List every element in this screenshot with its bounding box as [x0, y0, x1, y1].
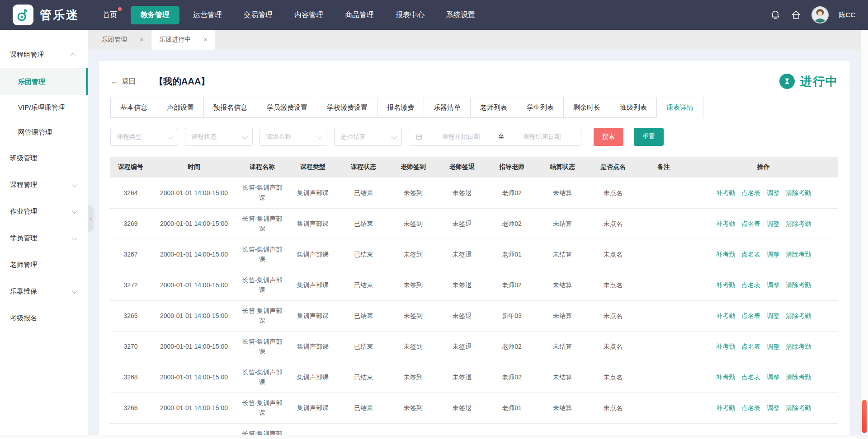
action-link-2[interactable]: 调整	[767, 312, 779, 319]
close-icon[interactable]: ×	[203, 36, 207, 43]
nav-item-5[interactable]: 商品管理	[337, 6, 382, 24]
cell-checkout: 未签退	[438, 392, 486, 423]
tab-7[interactable]: 老师列表	[471, 97, 517, 118]
action-link-2[interactable]: 调整	[767, 189, 779, 196]
vertical-scrollbar[interactable]	[860, 30, 868, 435]
nav-item-6[interactable]: 报表中心	[387, 6, 433, 24]
back-label: 返回	[122, 77, 136, 86]
sidebar-item-8[interactable]: 老师管理	[0, 252, 88, 278]
action-link-1[interactable]: 点名表	[741, 343, 760, 350]
tab-4[interactable]: 学校缴费设置	[317, 97, 377, 118]
user-avatar[interactable]	[811, 6, 829, 23]
action-link-3[interactable]: 清除考勤	[786, 404, 811, 411]
tab-1[interactable]: 声部设置	[157, 97, 204, 118]
sidebar-item-7[interactable]: 学员管理	[0, 225, 88, 252]
chevron-down-icon	[317, 133, 323, 139]
action-link-2[interactable]: 调整	[767, 374, 779, 381]
action-link-1[interactable]: 点名表	[741, 281, 760, 289]
nav-item-4[interactable]: 内容管理	[286, 6, 331, 24]
cell-id: 3272	[110, 270, 151, 300]
action-link-0[interactable]: 补考勤	[716, 312, 735, 319]
action-link-2[interactable]: 调整	[767, 251, 779, 258]
date-range-picker[interactable]: 课程开始日期 至 课程结束日期	[409, 128, 581, 146]
sidebar-item-2[interactable]: VIP/乐理课管理	[0, 95, 88, 120]
tab-6[interactable]: 乐器清单	[424, 97, 471, 118]
action-link-0[interactable]: 补考勤	[716, 220, 735, 227]
action-link-1[interactable]: 点名表	[741, 189, 760, 196]
reset-button[interactable]: 重置	[634, 128, 664, 146]
user-name[interactable]: 陈CC	[839, 11, 855, 19]
tab-11[interactable]: 课表详情	[657, 97, 703, 118]
sidebar-item-3[interactable]: 网管课管理	[0, 120, 88, 145]
doc-tab-1[interactable]: 乐团进行中×	[151, 30, 215, 50]
sidebar-item-1[interactable]: 乐团管理	[0, 68, 88, 95]
action-link-0[interactable]: 补考勤	[716, 251, 735, 258]
action-link-0[interactable]: 补考勤	[716, 281, 735, 289]
card-header: ← 返回 【我的AAA】 进行中	[110, 72, 838, 90]
action-link-0[interactable]: 补考勤	[716, 343, 735, 350]
column-header: 课程类型	[288, 157, 338, 177]
filter-select-0[interactable]: 课程类型	[110, 128, 178, 146]
cell-time	[151, 423, 237, 435]
horizontal-scrollbar[interactable]	[0, 435, 860, 439]
action-link-2[interactable]: 调整	[767, 220, 779, 227]
nav-item-3[interactable]: 交易管理	[236, 6, 281, 24]
tab-2[interactable]: 预报名信息	[204, 97, 257, 118]
doc-tab-0[interactable]: 乐团管理×	[94, 30, 151, 50]
date-end-input[interactable]: 课程结束日期	[509, 133, 575, 141]
action-link-2[interactable]: 调整	[767, 343, 779, 350]
filter-select-1[interactable]: 课程状态	[185, 128, 253, 146]
nav-item-0[interactable]: 首页	[94, 6, 125, 24]
select-placeholder: 是否结算	[340, 133, 366, 141]
cell-name: 长笛-集训声部课	[237, 177, 288, 208]
action-link-1[interactable]: 点名表	[741, 251, 760, 258]
action-link-3[interactable]: 清除考勤	[786, 189, 811, 196]
action-link-3[interactable]: 清除考勤	[786, 281, 811, 289]
filter-select-2[interactable]: 班级名称	[259, 128, 327, 146]
cell-id: 3268	[110, 362, 151, 392]
tab-3[interactable]: 学员缴费设置	[257, 97, 317, 118]
close-icon[interactable]: ×	[140, 36, 143, 43]
date-start-input[interactable]: 课程开始日期	[428, 133, 494, 141]
action-link-3[interactable]: 清除考勤	[786, 220, 811, 227]
bell-icon[interactable]	[770, 9, 781, 20]
tab-5[interactable]: 报名缴费	[377, 97, 424, 118]
action-link-0[interactable]: 补考勤	[716, 189, 735, 196]
brand[interactable]: 管乐迷	[13, 5, 79, 25]
sidebar-item-5[interactable]: 课程管理	[0, 172, 88, 198]
action-link-0[interactable]: 补考勤	[716, 404, 735, 411]
action-link-3[interactable]: 清除考勤	[786, 343, 811, 350]
filter-select-3[interactable]: 是否结算	[334, 128, 402, 146]
table-row: 长笛-集训声部课	[110, 423, 838, 435]
action-link-3[interactable]: 清除考勤	[786, 312, 811, 319]
sidebar-item-9[interactable]: 乐器维保	[0, 278, 88, 305]
sidebar-item-6[interactable]: 作业管理	[0, 198, 88, 225]
action-link-2[interactable]: 调整	[767, 281, 779, 289]
nav-item-1[interactable]: 教务管理	[131, 6, 179, 24]
cell-checkout: 未签退	[438, 331, 486, 362]
action-link-1[interactable]: 点名表	[741, 312, 760, 319]
action-link-3[interactable]: 清除考勤	[786, 374, 811, 381]
vertical-scrollbar-thumb[interactable]	[862, 400, 867, 433]
tab-10[interactable]: 班级列表	[610, 97, 657, 118]
action-link-1[interactable]: 点名表	[741, 404, 760, 411]
sidebar-item-4[interactable]: 班级管理	[0, 145, 88, 172]
action-link-1[interactable]: 点名表	[741, 374, 760, 381]
tab-0[interactable]: 基本信息	[111, 97, 157, 118]
search-button[interactable]: 搜索	[594, 128, 623, 146]
action-link-2[interactable]: 调整	[767, 404, 779, 411]
back-button[interactable]: ← 返回	[110, 77, 136, 86]
cell-checkin: 未签到	[389, 239, 438, 270]
action-link-3[interactable]: 清除考勤	[786, 251, 811, 258]
tab-8[interactable]: 学生列表	[517, 97, 564, 118]
nav-item-7[interactable]: 系统设置	[438, 6, 483, 24]
sidebar-item-10[interactable]: 考级报名	[0, 305, 88, 332]
home-icon[interactable]	[791, 9, 802, 20]
tab-9[interactable]: 剩余时长	[564, 97, 610, 118]
action-link-0[interactable]: 补考勤	[716, 374, 735, 381]
cell-rollcall: 未点名	[588, 239, 638, 270]
sidebar-item-0[interactable]: 课程组管理	[0, 42, 88, 68]
action-link-1[interactable]: 点名表	[741, 220, 760, 227]
nav-item-2[interactable]: 运营管理	[185, 6, 230, 24]
sidebar-collapse-handle[interactable]: ‹	[88, 205, 94, 232]
